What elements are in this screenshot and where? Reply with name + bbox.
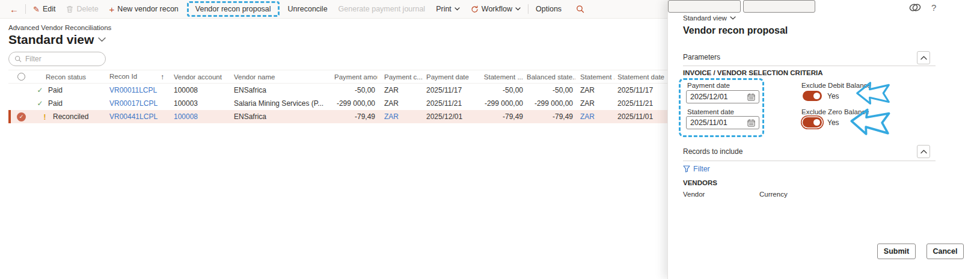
- vendor-name-value: Salaria Mining Services (P...: [233, 99, 333, 108]
- pencil-icon: ✎: [33, 5, 40, 13]
- payment-currency-link[interactable]: ZAR: [378, 112, 423, 121]
- search-icon: [576, 5, 584, 13]
- statement-amount-value: -299 000,00: [482, 99, 525, 108]
- column-header-balanced-statement[interactable]: Balanced state...: [525, 73, 575, 81]
- recon-status-cell: ✓ Paid: [31, 99, 108, 108]
- vendor-name-value: ENSafrica: [233, 86, 333, 94]
- table-row[interactable]: ✓ Paid VR00011LCPL 100008 ENSafrica -50,…: [8, 84, 667, 97]
- calendar-icon[interactable]: [747, 93, 755, 101]
- plus-icon: +: [109, 4, 115, 14]
- recon-id-link[interactable]: VR00441LCPL: [108, 112, 173, 121]
- overlapping-circles-icon[interactable]: [908, 2, 922, 13]
- workflow-sync-icon: [471, 5, 479, 13]
- exclude-debit-balance-toggle[interactable]: [803, 91, 822, 101]
- trash-icon: [66, 5, 73, 13]
- action-toolbar: ← ✎ Edit Delete + New vendor recon Vendo…: [0, 0, 667, 19]
- statement-amount-value: -79,49: [482, 112, 525, 121]
- statement-date-field: [686, 116, 759, 129]
- toolbar-divider: [528, 4, 528, 14]
- back-arrow-icon: ←: [10, 4, 19, 14]
- options-button[interactable]: Options: [530, 0, 567, 18]
- generate-payment-journal-button[interactable]: Generate payment journal: [333, 0, 431, 18]
- selected-check-circle-icon: ✓: [17, 112, 26, 121]
- column-header-statement-currency[interactable]: Statement ...: [575, 73, 614, 81]
- statement-date-input[interactable]: [690, 118, 738, 127]
- column-header-payment-amount[interactable]: Payment amount: [333, 73, 378, 81]
- workflow-menu-button[interactable]: Workflow: [465, 0, 526, 18]
- sketch-highlight-toolbar: Vendor recon proposal: [187, 1, 280, 17]
- exclude-zero-balance-toggle-row: Yes: [803, 117, 839, 127]
- new-vendor-recon-label: New vendor recon: [117, 5, 178, 13]
- statement-currency-link[interactable]: ZAR: [575, 112, 614, 121]
- statement-currency-value: ZAR: [575, 99, 614, 108]
- table-row[interactable]: ✓ Paid VR00017LCPL 100003 Salaria Mining…: [8, 97, 667, 110]
- collapse-parameters-button[interactable]: [917, 51, 930, 64]
- cancel-button[interactable]: Cancel: [926, 244, 964, 259]
- exclude-debit-balance-value: Yes: [827, 92, 839, 100]
- chevron-down-icon: [455, 7, 460, 11]
- section-divider: [683, 66, 936, 66]
- statement-date-label: Statement date: [687, 108, 734, 115]
- collapse-records-button[interactable]: [917, 145, 930, 158]
- payment-date-input[interactable]: [690, 93, 738, 101]
- help-button[interactable]: ?: [931, 2, 936, 13]
- view-selector-chevron-icon[interactable]: [98, 37, 106, 42]
- balanced-statement-value: -79,49: [525, 112, 575, 121]
- recon-id-link[interactable]: VR00011LCPL: [108, 86, 173, 94]
- section-divider: [683, 161, 936, 161]
- vendor-account-value: 100008: [173, 86, 233, 94]
- search-icon: [14, 55, 22, 63]
- column-header-recon-status[interactable]: Recon status: [31, 73, 108, 81]
- warning-icon: !: [41, 112, 49, 121]
- vendor-label: Vendor: [683, 191, 705, 198]
- page-content: Advanced Vendor Reconciliations Standard…: [0, 19, 667, 123]
- payment-date-value: 2025/11/21: [423, 99, 482, 108]
- vendor-account-link[interactable]: 100008: [173, 112, 233, 121]
- unreconcile-button[interactable]: Unreconcile: [283, 0, 333, 18]
- edit-button[interactable]: ✎ Edit: [28, 0, 61, 18]
- back-button[interactable]: ←: [5, 0, 23, 18]
- vendor-recon-proposal-button[interactable]: Vendor recon proposal: [194, 5, 272, 13]
- vendor-recon-proposal-label: Vendor recon proposal: [195, 5, 271, 13]
- select-all-checkbox[interactable]: [8, 73, 31, 81]
- statement-date-value: 2025/11/17: [614, 86, 676, 94]
- submit-button[interactable]: Submit: [877, 244, 916, 259]
- table-row-selected[interactable]: ✓ ! Reconciled VR00441LCPL 100008 ENSafr…: [8, 110, 667, 123]
- chevron-down-icon: [515, 7, 521, 11]
- payment-currency-value: ZAR: [378, 86, 423, 94]
- column-header-statement-amount[interactable]: Statement ...: [482, 73, 525, 81]
- vendor-recon-proposal-panel: ? Standard view Vendor recon proposal Pa…: [667, 0, 980, 279]
- print-menu-button[interactable]: Print: [430, 0, 465, 18]
- column-header-vendor-name[interactable]: Vendor name: [233, 73, 333, 81]
- generate-payment-journal-label: Generate payment journal: [338, 5, 426, 13]
- payment-currency-value: ZAR: [378, 99, 423, 108]
- column-header-statement-date[interactable]: Statement date: [614, 73, 676, 81]
- exclude-zero-balance-toggle[interactable]: [803, 117, 822, 127]
- toolbar-search-button[interactable]: [571, 0, 590, 18]
- records-filter-link[interactable]: Filter: [683, 165, 710, 173]
- column-header-payment-date[interactable]: Payment date: [423, 73, 482, 81]
- vendors-heading: VENDORS: [683, 179, 717, 186]
- check-icon: ✓: [19, 114, 24, 120]
- circle-checkbox-icon: [17, 73, 25, 81]
- records-section-label: Records to include: [683, 147, 743, 156]
- delete-button[interactable]: Delete: [61, 0, 103, 18]
- new-vendor-recon-button[interactable]: + New vendor recon: [104, 0, 184, 18]
- calendar-icon[interactable]: [747, 119, 755, 127]
- sketch-arrow-left-icon: [856, 80, 890, 106]
- column-header-payment-currency[interactable]: Payment c...: [378, 73, 423, 81]
- column-header-vendor-account[interactable]: Vendor account: [173, 73, 233, 81]
- vendor-input[interactable]: [668, 0, 741, 13]
- recon-grid: Recon status Recon Id ↑ Vendor account V…: [8, 70, 667, 123]
- row-select-cell[interactable]: ✓: [8, 112, 31, 121]
- grid-filter-box: [8, 52, 106, 66]
- currency-input[interactable]: [743, 0, 815, 13]
- column-header-recon-id[interactable]: Recon Id ↑: [108, 73, 173, 81]
- check-icon: ✓: [36, 99, 44, 108]
- grid-filter-input[interactable]: [25, 55, 91, 63]
- panel-view-selector[interactable]: Standard view: [683, 14, 736, 22]
- payment-amount-value: -50,00: [333, 86, 378, 94]
- recon-id-link[interactable]: VR00017LCPL: [108, 99, 173, 108]
- recon-status-cell: ✓ Paid: [31, 86, 108, 94]
- criteria-heading: INVOICE / VENDOR SELECTION CRITERIA: [683, 69, 823, 76]
